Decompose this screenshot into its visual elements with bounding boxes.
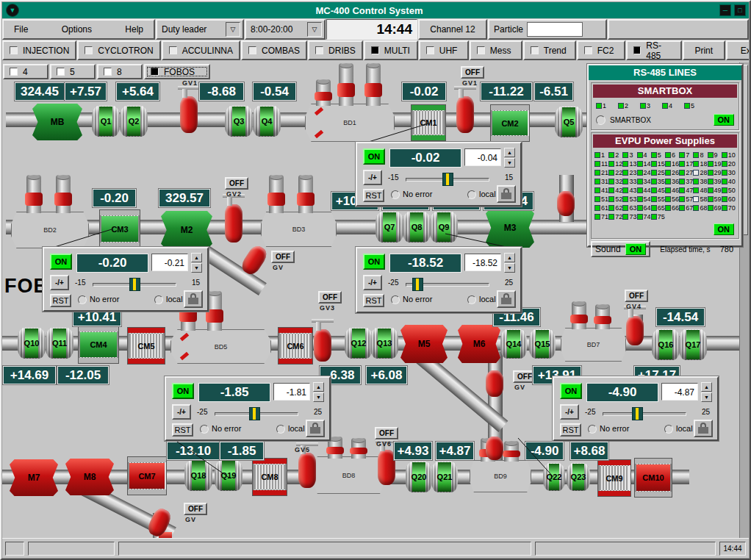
quadrupole-q21[interactable]: Q21 bbox=[431, 462, 458, 492]
quadrupole-q15[interactable]: Q15 bbox=[529, 329, 556, 359]
spinner-up-button[interactable]: ▲ bbox=[701, 382, 712, 392]
diagnostics-box-bd7[interactable]: BD7 bbox=[561, 328, 626, 362]
smartbox-radio[interactable] bbox=[596, 115, 606, 125]
toolbar-button-dribs[interactable]: DRIBS bbox=[308, 40, 363, 60]
lock-button[interactable] bbox=[497, 185, 516, 203]
evpu-on-button[interactable]: ON bbox=[714, 223, 735, 235]
quadrupole-q9[interactable]: Q9 bbox=[430, 212, 458, 243]
diagnostics-box-bd8[interactable]: BD8 bbox=[312, 456, 385, 494]
quadrupole-q4[interactable]: Q4 bbox=[253, 106, 281, 137]
quadrupole-q10[interactable]: Q10 bbox=[18, 328, 46, 359]
diagnostics-box-bd2[interactable]: BD2 bbox=[11, 212, 89, 248]
toolbar-button-multi[interactable]: MULTI bbox=[364, 40, 418, 60]
polarity-button[interactable]: -/+ bbox=[363, 275, 382, 290]
valve-off-button-gv4[interactable]: OFF bbox=[625, 290, 648, 302]
spinner-down-button[interactable]: ▼ bbox=[504, 263, 515, 273]
quadrupole-q20[interactable]: Q20 bbox=[406, 462, 432, 492]
corrector-cm1[interactable]: CM1 bbox=[411, 104, 446, 141]
reset-button[interactable]: RST bbox=[50, 294, 71, 307]
corrector-cm2[interactable]: CM2 bbox=[490, 104, 530, 142]
setpoint-input[interactable]: -18.52 bbox=[464, 254, 501, 271]
quadrupole-q18[interactable]: Q18 bbox=[184, 460, 212, 491]
gate-valve[interactable] bbox=[378, 450, 395, 485]
tab-8[interactable]: 8 bbox=[97, 64, 143, 79]
toolbar-button-print[interactable]: Print bbox=[683, 40, 725, 60]
dipole-m8[interactable]: M8 bbox=[65, 459, 114, 495]
menu-options[interactable]: Options bbox=[62, 24, 92, 35]
gate-valve[interactable] bbox=[456, 96, 474, 133]
reset-button[interactable]: RST bbox=[560, 423, 581, 437]
gate-valve[interactable] bbox=[626, 316, 644, 345]
quadrupole-q3[interactable]: Q3 bbox=[225, 106, 253, 137]
valve-off-button-gv3[interactable]: OFF bbox=[318, 291, 342, 304]
on-button[interactable]: ON bbox=[363, 254, 385, 270]
quadrupole-q13[interactable]: Q13 bbox=[370, 328, 398, 359]
corrector-cm8[interactable]: CM8 bbox=[252, 458, 287, 496]
error-status-radio[interactable] bbox=[200, 425, 209, 434]
tab-fobos[interactable]: FOBOS bbox=[144, 64, 210, 79]
corrector-cm7[interactable]: CM7 bbox=[127, 456, 167, 495]
valve-off-button-gv6[interactable]: OFF bbox=[375, 427, 398, 439]
quadrupole-q17[interactable]: Q17 bbox=[679, 329, 707, 360]
quadrupole-q2[interactable]: Q2 bbox=[120, 106, 148, 137]
dipole-m3[interactable]: M3 bbox=[486, 208, 534, 248]
slider-handle[interactable] bbox=[412, 278, 423, 291]
valve-off-button-gv2[interactable]: OFF bbox=[225, 177, 248, 190]
toolbar-button-combas[interactable]: COMBAS bbox=[241, 40, 307, 60]
quadrupole-q19[interactable]: Q19 bbox=[215, 460, 242, 491]
diagnostics-box-bd5[interactable]: BD5 bbox=[170, 329, 271, 364]
slider-handle[interactable] bbox=[632, 407, 643, 420]
tab-5[interactable]: 5 bbox=[50, 64, 96, 79]
lock-button[interactable] bbox=[497, 290, 516, 308]
diagnostics-box-bd9[interactable]: BD9 bbox=[470, 460, 531, 492]
polarity-button[interactable]: -/+ bbox=[172, 404, 191, 420]
quadrupole-q12[interactable]: Q12 bbox=[345, 328, 373, 359]
diagnostics-box-bd3[interactable]: BD3 bbox=[261, 212, 337, 247]
error-status-radio[interactable] bbox=[391, 190, 400, 199]
polarity-button[interactable]: -/+ bbox=[363, 170, 382, 185]
slider-track[interactable] bbox=[603, 412, 686, 416]
lock-button[interactable] bbox=[694, 420, 713, 437]
chevron-down-icon[interactable]: ▽ bbox=[226, 22, 240, 37]
valve-off-button-gv[interactable]: OFF bbox=[184, 503, 207, 515]
maximize-button[interactable]: □ bbox=[734, 4, 746, 16]
corrector-cm6[interactable]: CM6 bbox=[278, 327, 313, 365]
gate-valve[interactable] bbox=[225, 204, 242, 243]
toolbar-button-uhf[interactable]: UHF bbox=[419, 40, 469, 60]
spinner-up-button[interactable]: ▲ bbox=[504, 253, 515, 262]
quadrupole-q22[interactable]: Q22 bbox=[543, 463, 565, 491]
shift-select[interactable]: 8:00-20:00 ▽ bbox=[245, 19, 326, 40]
spinner-down-button[interactable]: ▼ bbox=[191, 263, 202, 273]
valve-off-button-gv1[interactable]: OFF bbox=[461, 66, 484, 79]
slider-handle[interactable] bbox=[442, 173, 453, 186]
error-status-radio[interactable] bbox=[78, 295, 87, 304]
toolbar-button-trend[interactable]: Trend bbox=[523, 40, 576, 60]
corrector-cm9[interactable]: CM9 bbox=[597, 459, 631, 497]
setpoint-input[interactable]: -0.04 bbox=[464, 148, 501, 166]
gate-valve[interactable] bbox=[557, 191, 575, 216]
on-button[interactable]: ON bbox=[50, 254, 72, 270]
spinner-up-button[interactable]: ▲ bbox=[504, 148, 515, 157]
dipole-m6[interactable]: M6 bbox=[458, 325, 500, 363]
quadrupole-q5[interactable]: Q5 bbox=[555, 107, 583, 137]
polarity-button[interactable]: -/+ bbox=[50, 275, 69, 290]
setpoint-input[interactable]: -0.21 bbox=[151, 254, 188, 271]
corrector-cm5[interactable]: CM5 bbox=[127, 327, 165, 365]
menu-file[interactable]: File bbox=[14, 24, 28, 35]
corrector-cm4[interactable]: CM4 bbox=[78, 326, 119, 364]
quadrupole-q11[interactable]: Q11 bbox=[46, 328, 73, 359]
valve-off-button-gv[interactable]: OFF bbox=[271, 251, 295, 263]
quadrupole-q16[interactable]: Q16 bbox=[652, 329, 680, 360]
gate-valve[interactable] bbox=[180, 96, 198, 133]
dipole-m2[interactable]: M2 bbox=[161, 211, 212, 249]
gate-valve[interactable] bbox=[486, 437, 503, 460]
quadrupole-q7[interactable]: Q7 bbox=[376, 212, 403, 243]
gate-valve[interactable] bbox=[298, 453, 316, 488]
spinner-up-button[interactable]: ▲ bbox=[191, 253, 202, 262]
toolbar-button-mess[interactable]: Mess bbox=[470, 40, 522, 60]
local-mode-radio[interactable] bbox=[664, 425, 673, 434]
toolbar-button-rs-485[interactable]: RS-485 bbox=[626, 40, 682, 60]
setpoint-input[interactable]: -1.81 bbox=[273, 383, 310, 401]
corrector-cm10[interactable]: CM10 bbox=[634, 458, 672, 498]
spinner-down-button[interactable]: ▼ bbox=[701, 392, 712, 402]
